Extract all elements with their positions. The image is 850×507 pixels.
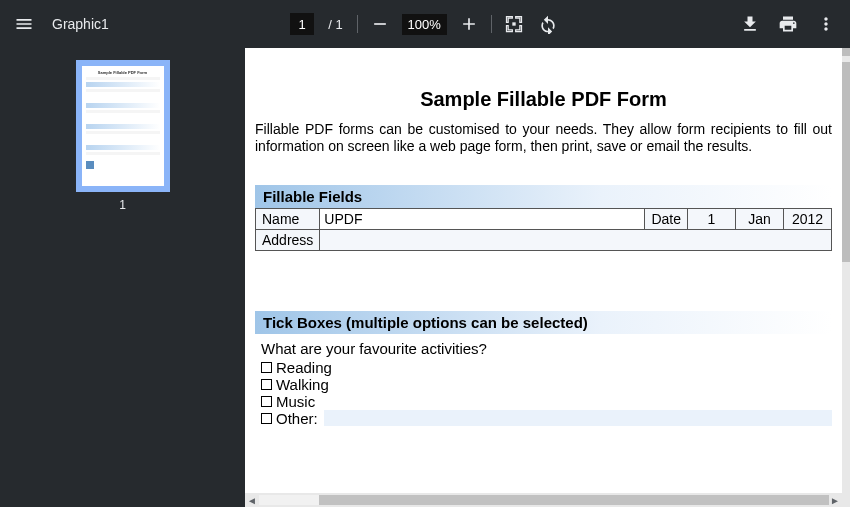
zoom-level: 100% bbox=[402, 14, 447, 35]
svg-rect-0 bbox=[512, 22, 515, 25]
checkbox-icon bbox=[261, 362, 272, 373]
section-tick-boxes: Tick Boxes (multiple options can be sele… bbox=[255, 311, 832, 334]
page-total: / 1 bbox=[324, 17, 346, 32]
other-text-field[interactable] bbox=[324, 410, 832, 426]
date-year-field[interactable]: 2012 bbox=[784, 208, 832, 229]
form-intro: Fillable PDF forms can be customised to … bbox=[255, 121, 832, 155]
toolbar: Graphic1 / 1 100% bbox=[0, 0, 850, 48]
divider bbox=[491, 15, 492, 33]
checkbox-other[interactable]: Other: bbox=[261, 410, 832, 427]
checkbox-icon bbox=[261, 379, 272, 390]
page-number-input[interactable] bbox=[290, 13, 314, 35]
activities-question: What are your favourite activities? bbox=[261, 340, 832, 357]
checkbox-icon bbox=[261, 396, 272, 407]
thumbnail-sidebar: Sample Fillable PDF Form 1 bbox=[0, 48, 245, 507]
rotate-icon[interactable] bbox=[536, 12, 560, 36]
page-thumbnail[interactable]: Sample Fillable PDF Form bbox=[76, 60, 170, 192]
print-icon[interactable] bbox=[776, 12, 800, 36]
fields-table: Name UPDF Date 1 Jan 2012 Address bbox=[255, 208, 832, 251]
zoom-out-icon[interactable] bbox=[368, 12, 392, 36]
form-title: Sample Fillable PDF Form bbox=[255, 88, 832, 111]
zoom-in-icon[interactable] bbox=[457, 12, 481, 36]
scroll-left-icon[interactable]: ◄ bbox=[245, 493, 259, 507]
date-day-field[interactable]: 1 bbox=[688, 208, 736, 229]
name-label: Name bbox=[256, 208, 320, 229]
date-month-field[interactable]: Jan bbox=[736, 208, 784, 229]
thumbnail-label: 1 bbox=[119, 198, 126, 212]
checkbox-music[interactable]: Music bbox=[261, 393, 832, 410]
name-field[interactable]: UPDF bbox=[320, 208, 645, 229]
checkbox-walking[interactable]: Walking bbox=[261, 376, 832, 393]
pdf-page: Sample Fillable PDF Form Fillable PDF fo… bbox=[245, 48, 842, 493]
scroll-thumb[interactable] bbox=[319, 495, 829, 505]
address-field[interactable] bbox=[320, 229, 832, 250]
date-label: Date bbox=[645, 208, 688, 229]
document-title: Graphic1 bbox=[52, 16, 109, 32]
divider bbox=[357, 15, 358, 33]
vertical-scrollbar[interactable] bbox=[842, 48, 850, 507]
checkbox-icon bbox=[261, 413, 272, 424]
download-icon[interactable] bbox=[738, 12, 762, 36]
scroll-right-icon[interactable]: ► bbox=[828, 493, 842, 507]
document-viewport: Sample Fillable PDF Form Fillable PDF fo… bbox=[245, 48, 850, 507]
fit-page-icon[interactable] bbox=[502, 12, 526, 36]
checkbox-reading[interactable]: Reading bbox=[261, 359, 832, 376]
menu-icon[interactable] bbox=[12, 12, 36, 36]
address-label: Address bbox=[256, 229, 320, 250]
horizontal-scrollbar[interactable]: ◄ ► bbox=[245, 493, 842, 507]
section-fillable-fields: Fillable Fields bbox=[255, 185, 832, 208]
scroll-up-icon[interactable] bbox=[842, 48, 850, 56]
more-icon[interactable] bbox=[814, 12, 838, 36]
scroll-thumb[interactable] bbox=[842, 62, 850, 262]
scroll-track[interactable] bbox=[259, 495, 828, 505]
